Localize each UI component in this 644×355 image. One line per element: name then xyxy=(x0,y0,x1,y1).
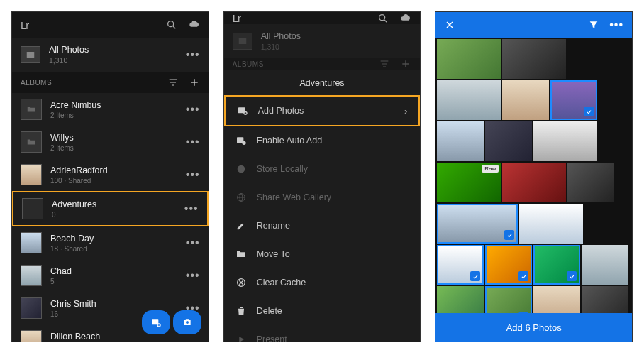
pencil-icon xyxy=(235,220,247,231)
photo-grid: Raw Raw xyxy=(435,38,632,313)
all-photos-count: 1,310 xyxy=(49,56,177,65)
auto-add-icon xyxy=(235,135,247,146)
more-icon[interactable]: ••• xyxy=(186,136,200,148)
photo-cell[interactable] xyxy=(533,286,580,313)
all-photos-row[interactable]: All Photos 1,310 ••• xyxy=(12,38,209,72)
check-icon xyxy=(518,312,528,313)
photo-cell[interactable] xyxy=(437,80,501,120)
album-row[interactable]: AdrienRadford100 · Shared ••• xyxy=(12,158,209,191)
check-icon xyxy=(584,106,594,116)
add-photos-icon xyxy=(237,105,248,116)
add-icon xyxy=(400,58,411,70)
album-thumb xyxy=(21,297,42,319)
sort-icon xyxy=(379,58,390,70)
album-list: Acre Nimbus2 Items ••• Willys2 Items •••… xyxy=(12,93,209,342)
photo-cell[interactable] xyxy=(485,121,532,161)
photo-cell[interactable] xyxy=(533,121,597,161)
photo-cell[interactable] xyxy=(567,163,614,202)
photo-cell[interactable] xyxy=(485,245,532,285)
svg-point-13 xyxy=(379,14,385,20)
more-icon[interactable]: ••• xyxy=(186,103,200,116)
photo-cell[interactable] xyxy=(485,286,532,313)
svg-line-1 xyxy=(173,26,175,28)
add-photos-button[interactable]: Add 6 Photos xyxy=(435,313,632,342)
menu-clear-cache[interactable]: Clear Cache xyxy=(224,268,421,297)
menu-store-locally: Store Locally xyxy=(224,155,421,183)
menu-add-photos[interactable]: Add Photos › xyxy=(224,95,421,126)
albums-section-header: ALBUMS xyxy=(224,58,421,70)
photo-cell[interactable] xyxy=(550,80,597,120)
search-icon[interactable] xyxy=(377,13,389,24)
camera-button[interactable] xyxy=(173,310,201,334)
photo-cell[interactable] xyxy=(582,245,628,285)
svg-point-12 xyxy=(186,321,189,324)
check-icon xyxy=(470,271,480,281)
more-icon[interactable]: ••• xyxy=(186,236,200,249)
add-to-album-button[interactable] xyxy=(142,310,170,334)
folder-icon xyxy=(21,99,42,120)
album-thumb xyxy=(21,232,42,253)
photo-cell[interactable]: Raw xyxy=(437,163,501,202)
album-thumb xyxy=(22,198,43,219)
search-icon[interactable] xyxy=(166,19,177,31)
photo-cell[interactable] xyxy=(437,286,484,313)
album-thumb xyxy=(21,265,42,286)
album-thumb xyxy=(21,164,42,185)
globe-icon xyxy=(235,192,247,203)
menu-rename[interactable]: Rename xyxy=(224,212,421,240)
folder-icon xyxy=(21,131,42,153)
menu-delete[interactable]: Delete xyxy=(224,297,421,325)
raw-badge: Raw xyxy=(482,165,499,173)
album-row[interactable]: Acre Nimbus2 Items ••• xyxy=(12,93,209,126)
menu-move-to[interactable]: Move To xyxy=(224,240,421,268)
svg-point-26 xyxy=(242,141,245,145)
check-circle-icon xyxy=(235,163,247,175)
move-icon xyxy=(235,248,247,260)
photo-cell[interactable] xyxy=(437,121,484,161)
photo-cell[interactable] xyxy=(502,80,549,120)
album-thumb xyxy=(21,330,42,342)
cloud-icon[interactable] xyxy=(400,13,411,24)
close-icon[interactable] xyxy=(444,19,455,31)
svg-rect-2 xyxy=(27,52,35,58)
more-icon[interactable]: ••• xyxy=(609,18,623,31)
play-icon xyxy=(235,334,247,342)
more-icon[interactable]: ••• xyxy=(186,48,200,61)
album-row[interactable]: Willys2 Items ••• xyxy=(12,126,209,158)
album-row[interactable]: Beach Day18 · Shared ••• xyxy=(12,226,209,259)
floating-actions xyxy=(142,310,201,334)
svg-point-0 xyxy=(167,21,173,27)
clear-icon xyxy=(235,277,247,288)
photo-cell[interactable] xyxy=(502,39,566,79)
all-photos-thumb xyxy=(21,46,40,63)
chevron-right-icon: › xyxy=(404,106,407,116)
menu-share-gallery: Share Web Gallery xyxy=(224,183,421,212)
all-photos-thumb xyxy=(233,33,252,50)
photo-cell[interactable] xyxy=(437,204,518,244)
svg-rect-15 xyxy=(238,38,246,44)
more-icon[interactable]: ••• xyxy=(184,202,199,215)
screen-album-menu: Lr All Photos 1,310 ALBUMS Adventures Ad… xyxy=(223,11,421,342)
trash-icon xyxy=(235,305,247,317)
all-photos-row: All Photos 1,310 xyxy=(224,24,421,58)
menu-title: Adventures xyxy=(224,70,421,95)
albums-section-header: ALBUMS xyxy=(12,72,209,93)
add-icon[interactable] xyxy=(189,77,200,88)
photo-cell[interactable] xyxy=(437,245,484,285)
more-icon[interactable]: ••• xyxy=(186,269,200,282)
picker-header: ••• xyxy=(435,12,632,38)
album-row[interactable]: Chad5 ••• xyxy=(12,259,209,292)
screen-photo-picker: ••• Raw Raw Add 6 Photos xyxy=(435,11,633,342)
photo-cell[interactable] xyxy=(502,163,566,202)
photo-cell[interactable] xyxy=(533,245,580,285)
sort-icon[interactable] xyxy=(167,77,179,88)
photo-cell[interactable] xyxy=(582,286,628,313)
more-icon[interactable]: ••• xyxy=(186,168,200,181)
filter-icon[interactable] xyxy=(588,19,599,31)
menu-enable-auto-add[interactable]: Enable Auto Add xyxy=(224,126,421,155)
albums-label: ALBUMS xyxy=(21,79,52,87)
photo-cell[interactable] xyxy=(437,39,501,79)
cloud-icon[interactable] xyxy=(189,19,200,31)
photo-cell[interactable] xyxy=(519,204,583,244)
album-row-adventures[interactable]: Adventures0 ••• xyxy=(12,191,209,226)
